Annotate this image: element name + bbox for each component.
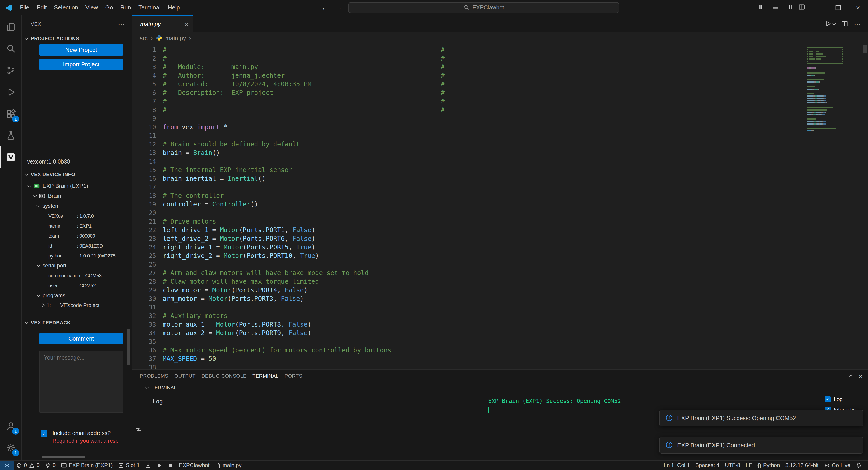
command-center-search[interactable]: EXPClawbot: [348, 2, 619, 13]
menu-go[interactable]: Go: [102, 3, 117, 12]
new-project-button[interactable]: New Project: [39, 44, 123, 56]
code-editor[interactable]: 1# -------------------------------------…: [132, 44, 868, 369]
status-vex-run[interactable]: [154, 460, 165, 470]
tree-item-programs[interactable]: programs: [22, 291, 131, 300]
activity-item-vex[interactable]: [0, 146, 21, 168]
status-notifications-bell[interactable]: [853, 460, 864, 470]
maximize-button[interactable]: [828, 0, 848, 15]
sidebar-horizontal-scrollbar[interactable]: [42, 456, 85, 458]
customize-layout-button[interactable]: [795, 3, 808, 11]
status-python-version[interactable]: 3.12.12 64-bit: [783, 460, 822, 470]
maximize-panel-icon[interactable]: [849, 374, 853, 378]
status-vex-download[interactable]: [143, 460, 154, 470]
status-project-name[interactable]: EXPClawbot: [176, 460, 212, 470]
notification-toast[interactable]: EXP Brain (EXP1) Success: Opening COM52: [659, 409, 864, 426]
terminal-sync-icon[interactable]: [135, 399, 141, 460]
tree-item-id[interactable]: id: 0EA81E0D: [22, 241, 131, 251]
status-remote[interactable]: [0, 460, 13, 470]
status-active-file[interactable]: main.py: [212, 460, 244, 470]
split-editor-icon[interactable]: [841, 20, 848, 27]
tree-item-serial-port[interactable]: serial port: [22, 261, 131, 271]
toggle-sidebar-button[interactable]: [756, 3, 769, 11]
notification-toast[interactable]: EXP Brain (EXP1) Connected: [659, 437, 864, 453]
status-label: main.py: [223, 462, 242, 468]
info-icon: [665, 414, 673, 422]
menu-run[interactable]: Run: [117, 3, 135, 12]
toggle-panel-button[interactable]: [769, 3, 782, 11]
include-email-checkbox[interactable]: ✓: [41, 430, 48, 437]
panel-tab-debug-console[interactable]: DEBUG CONSOLE: [202, 370, 247, 382]
panel-tab-problems[interactable]: PROBLEMS: [140, 370, 168, 382]
minimap[interactable]: [807, 46, 847, 135]
status-indentation[interactable]: Spaces: 4: [692, 460, 722, 470]
activity-item-accounts[interactable]: 1: [0, 415, 21, 437]
panel-tab-output[interactable]: OUTPUT: [174, 370, 195, 382]
minimap-line: [807, 51, 847, 53]
activity-item-explorer[interactable]: [0, 16, 21, 38]
run-python-file-button[interactable]: [825, 20, 835, 27]
tree-item-communication[interactable]: communication: COM53: [22, 271, 131, 280]
tree-item-brain[interactable]: Brain: [22, 191, 131, 201]
status-eol[interactable]: LF: [743, 460, 755, 470]
toggle-secondary-sidebar-button[interactable]: [782, 3, 795, 11]
activity-item-search[interactable]: [0, 38, 21, 60]
close-button[interactable]: ×: [848, 0, 868, 15]
status-label: Spaces: 4: [695, 462, 719, 468]
panel-more-actions-icon[interactable]: ⋯: [837, 372, 844, 380]
device-info-header[interactable]: VEX DEVICE INFO: [22, 169, 131, 179]
status-go-live[interactable]: Go Live: [821, 460, 853, 470]
status-cursor-position[interactable]: Ln 1, Col 1: [661, 460, 692, 470]
status-vex-stop[interactable]: [165, 460, 176, 470]
status-problems[interactable]: 00: [13, 460, 42, 470]
terminal-log-pane[interactable]: Log: [144, 393, 476, 460]
sidebar-scrollbar[interactable]: [127, 329, 130, 365]
tab-main-py[interactable]: main.py ×: [132, 15, 193, 32]
feedback-header[interactable]: VEX FEEDBACK: [22, 317, 131, 328]
feedback-message-input[interactable]: [39, 350, 123, 413]
import-project-button[interactable]: Import Project: [39, 59, 123, 70]
status-vex-slot[interactable]: Slot 1: [115, 460, 142, 470]
nav-back-button[interactable]: ←: [320, 4, 330, 11]
tree-item-name[interactable]: name: EXP1: [22, 221, 131, 231]
editor-more-actions-icon[interactable]: ⋯: [854, 20, 861, 28]
editor-scrollbar[interactable]: [863, 45, 867, 53]
line-number: 21: [132, 217, 156, 226]
tree-item-exp-brain-exp1[interactable]: EXP Brain (EXP1): [22, 181, 131, 191]
tree-item-user[interactable]: user: COM52: [22, 280, 131, 291]
menu-file[interactable]: File: [16, 3, 33, 12]
menu-terminal[interactable]: Terminal: [135, 3, 164, 12]
terminal-checkbox-log[interactable]: ✓Log: [825, 396, 868, 402]
minimize-button[interactable]: –: [808, 0, 828, 15]
menu-selection[interactable]: Selection: [51, 3, 82, 12]
status-vex-device[interactable]: EXP Brain (EXP1): [58, 460, 115, 470]
tab-close-icon[interactable]: ×: [184, 20, 189, 28]
breadcrumb-item-main-py[interactable]: main.py: [165, 35, 186, 41]
tree-item-team[interactable]: team: 000000: [22, 231, 131, 241]
activity-item-testing[interactable]: [0, 125, 21, 146]
nav-forward-button[interactable]: →: [334, 4, 344, 11]
close-panel-icon[interactable]: ×: [859, 372, 863, 380]
comment-button[interactable]: Comment: [39, 333, 123, 344]
project-actions-header[interactable]: PROJECT ACTIONS: [22, 33, 131, 43]
menu-help[interactable]: Help: [164, 3, 184, 12]
terminal-section-header[interactable]: TERMINAL: [132, 382, 868, 393]
panel-tab-terminal[interactable]: TERMINAL: [252, 370, 279, 382]
activity-item-run-and-debug[interactable]: [0, 81, 21, 103]
menu-view[interactable]: View: [82, 3, 102, 12]
status-language-mode[interactable]: {}Python: [755, 460, 783, 470]
menu-edit[interactable]: Edit: [33, 3, 51, 12]
tree-item-python[interactable]: python: 1.0.0.21 (0xD275...: [22, 251, 131, 261]
status-encoding[interactable]: UTF-8: [722, 460, 743, 470]
breadcrumb-item-src[interactable]: src: [140, 35, 148, 41]
breadcrumb[interactable]: src›main.py›...: [132, 32, 868, 44]
panel-tab-ports[interactable]: PORTS: [285, 370, 302, 382]
activity-item-settings[interactable]: 1: [0, 437, 21, 458]
sidebar-more-actions-icon[interactable]: ⋯: [118, 20, 125, 28]
activity-item-source-control[interactable]: [0, 60, 21, 81]
tree-item-vexos[interactable]: VEXos: 1.0.7.0: [22, 211, 131, 221]
tree-item-system[interactable]: system: [22, 201, 131, 211]
status-ports[interactable]: 0: [42, 460, 58, 470]
breadcrumb-item-[interactable]: ...: [194, 35, 199, 41]
activity-item-extensions[interactable]: 1: [0, 103, 21, 125]
tree-item-1[interactable]: 1:VEXcode Project: [22, 300, 131, 310]
